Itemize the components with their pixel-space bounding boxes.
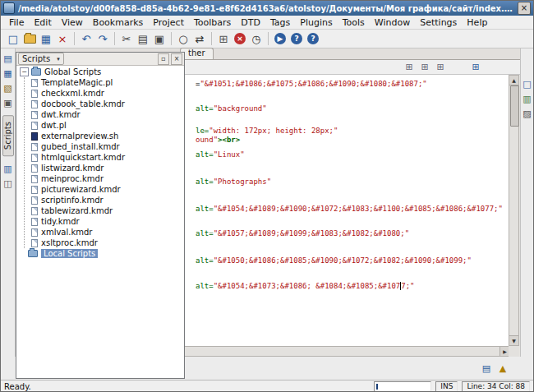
tree-item[interactable]: dwt.pl	[25, 120, 184, 131]
new-file-icon[interactable]: □	[6, 31, 21, 46]
tree-item[interactable]: listwizard.kmdr	[25, 163, 184, 173]
tree-children: TemplateMagic.plcheckxml.kmdrdocbook_tab…	[24, 77, 184, 248]
menu-project[interactable]: Project	[148, 16, 189, 29]
menu-tools[interactable]: Tools	[338, 16, 370, 29]
collapse-icon[interactable]: −	[20, 67, 29, 76]
table-cell-icon[interactable]: ⊞	[435, 62, 446, 73]
help-icon[interactable]: ?	[291, 33, 302, 44]
document-tab[interactable]: ther	[180, 48, 214, 59]
left-tab-scripts[interactable]: Scripts	[2, 115, 14, 156]
script-file-icon	[31, 111, 38, 119]
progress-indicator	[376, 384, 378, 390]
folder-icon	[24, 35, 36, 44]
tree-item[interactable]: TemplateMagic.pl	[25, 77, 184, 88]
menu-tags[interactable]: Tags	[265, 16, 295, 29]
templates-icon[interactable]: ▧	[2, 82, 14, 94]
titlebar[interactable]: /media/atolstoy/d00fa858-d85a-4b62-9e81-…	[1, 1, 533, 16]
preview-dock-icon[interactable]: □	[522, 78, 533, 90]
menu-toolbars[interactable]: Toolbars	[189, 16, 236, 29]
tree-item[interactable]: xsltproc.kmdr	[25, 238, 184, 248]
menu-edit[interactable]: Edit	[29, 16, 56, 29]
tree-item-label: checkxml.kmdr	[41, 89, 104, 98]
cut-icon[interactable]: ✂	[119, 31, 134, 46]
panel-dock-button[interactable]: ▫	[158, 53, 169, 65]
tree-item[interactable]: meinproc.kmdr	[25, 173, 184, 184]
tree-item[interactable]: htmlquickstart.kmdr	[25, 152, 184, 163]
preview-icon[interactable]: ▶	[274, 33, 286, 44]
tree-item[interactable]: scriptinfo.kmdr	[25, 195, 184, 205]
tree-item[interactable]: dwt.kmdr	[25, 109, 184, 120]
attribute-tree-icon[interactable]: ◫	[2, 178, 14, 189]
close-file-icon[interactable]: ×	[55, 31, 70, 46]
scripts-panel-title: Scripts	[22, 54, 50, 63]
stop-icon[interactable]: ×	[234, 33, 246, 44]
copy-icon[interactable]: ▤	[136, 31, 150, 46]
toolbar-separator	[171, 32, 172, 45]
docs-dock-icon[interactable]: ▥	[522, 93, 533, 104]
folder-icon	[28, 250, 38, 257]
tree-item-label: xmlval.kmdr	[41, 228, 92, 237]
scripts-panel-menu-button[interactable]: Scripts ▾	[18, 53, 64, 65]
tree-item[interactable]: tablewizard.kmdr	[25, 205, 184, 216]
close-button[interactable]: ×	[518, 2, 531, 15]
tag-attributes-dock-icon[interactable]: ▨	[522, 108, 533, 119]
menu-view[interactable]: View	[57, 16, 88, 29]
tree-item[interactable]: xmlval.kmdr	[25, 227, 184, 238]
struct-tree-icon[interactable]: ▣	[2, 97, 14, 108]
tree-root-label: Global Scripts	[44, 67, 101, 76]
menu-help[interactable]: Help	[462, 16, 492, 29]
code-span: alt=	[196, 150, 214, 159]
scroll-up-icon[interactable]: ▲	[509, 76, 518, 85]
scroll-down-icon[interactable]: ▼	[509, 335, 518, 345]
vertical-scrollbar[interactable]: ▲ ▼	[509, 75, 519, 346]
code-span: "&#1054;&#1073;&#1086; &#1084;&#1085;&#1…	[214, 282, 401, 290]
line-col-indicator: Line: 34 Col: 88	[462, 381, 530, 392]
find-icon[interactable]: ○	[176, 31, 191, 46]
tree-item[interactable]: gubed_install.kmdr	[25, 141, 184, 152]
code-span: alt=	[196, 282, 214, 290]
menu-bookmarks[interactable]: Bookmarks	[88, 16, 148, 29]
tree-root-local-scripts[interactable]: Local Scripts	[16, 248, 184, 259]
menu-dtd[interactable]: DTD	[236, 16, 265, 29]
scrollbar-corner	[509, 346, 519, 357]
toolbar-separator	[114, 32, 115, 45]
paste-icon[interactable]: ▣	[152, 31, 167, 46]
problems-dock-icon[interactable]: ▲	[497, 362, 509, 374]
replace-icon[interactable]: ⇄	[192, 31, 207, 46]
menu-window[interactable]: Window	[370, 16, 415, 29]
tree-item[interactable]: docbook_table.kmdr	[25, 99, 184, 109]
tree-item[interactable]: tidy.kmdr	[25, 216, 184, 227]
code-span: alt=	[196, 229, 214, 238]
tree-item-label: externalpreview.sh	[41, 131, 118, 141]
table-row-icon[interactable]: ⊞	[419, 62, 430, 73]
tree-root-global-scripts[interactable]: −Global Scripts	[16, 67, 184, 77]
clock-icon[interactable]: ◷	[249, 31, 264, 46]
file-tree-icon[interactable]: ▤	[2, 53, 14, 64]
tree-item[interactable]: externalpreview.sh	[25, 131, 184, 141]
menu-plugins[interactable]: Plugins	[295, 16, 337, 29]
code-line: alt="&#1054;&#1089;&#1090;&#1072;&#1083;…	[196, 205, 503, 214]
vertical-scroll-thumb[interactable]	[510, 85, 519, 127]
menu-file[interactable]: File	[4, 16, 29, 29]
undo-icon[interactable]: ↶	[79, 31, 94, 46]
save-file-icon[interactable]: ▦	[39, 31, 53, 46]
script-file-icon	[31, 143, 38, 151]
messages-dock-icon[interactable]: ▤	[481, 362, 492, 374]
menu-settings[interactable]: Settings	[415, 16, 462, 29]
code-line: alt="Linux"	[196, 150, 245, 159]
documentation-icon[interactable]: ▥	[2, 163, 14, 174]
tree-item[interactable]: checkxml.kmdr	[25, 88, 184, 99]
table-icon[interactable]: ⊞	[216, 31, 231, 46]
project-tree-icon[interactable]: ▦	[2, 67, 14, 79]
table-wizard-icon[interactable]: ⊞	[403, 62, 415, 73]
redo-icon[interactable]: ↷	[95, 31, 110, 46]
script-file-icon	[31, 90, 38, 98]
tree-item[interactable]: picturewizard.kmdr	[25, 184, 184, 195]
script-file-icon	[31, 164, 38, 173]
insert-table-icon[interactable]: ⊞	[470, 62, 481, 73]
scripts-tree: −Global ScriptsTemplateMagic.plcheckxml.…	[16, 66, 184, 378]
open-folder-icon[interactable]	[22, 31, 37, 46]
panel-close-button[interactable]: ×	[171, 53, 182, 65]
statusbar: Ready. INS Line: 34 Col: 88	[1, 380, 533, 392]
whats-this-icon[interactable]: ?	[307, 33, 319, 44]
